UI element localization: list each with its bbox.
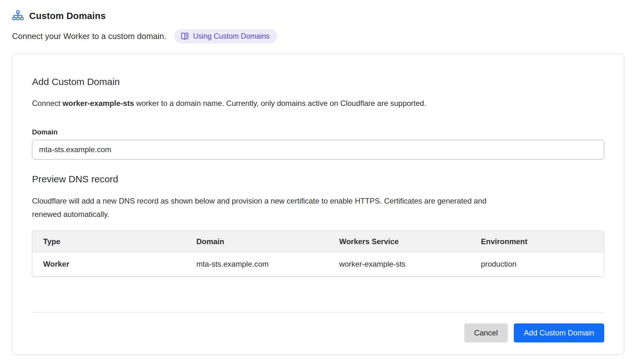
dns-preview-table: Type Domain Workers Service Environment … [32,231,604,276]
form-description-prefix: Connect [32,99,62,107]
actions-row: Cancel Add Custom Domain [32,323,604,342]
domain-label: Domain [32,128,604,136]
worker-name: worker-example-sts [62,99,134,107]
cell-workers-service: worker-example-sts [328,253,470,276]
cancel-button[interactable]: Cancel [464,323,508,342]
cell-environment: production [470,253,604,276]
form-heading: Add Custom Domain [32,76,604,88]
add-custom-domain-card: Add Custom Domain Connect worker-example… [12,54,624,355]
docs-link-label: Using Custom Domains [193,32,270,41]
preview-heading: Preview DNS record [32,173,604,185]
page-subtitle-row: Connect your Worker to a custom domain. … [12,29,622,43]
page-subtitle: Connect your Worker to a custom domain. [12,31,167,41]
column-header-environment: Environment [470,231,604,253]
domain-input[interactable] [32,140,604,159]
column-header-type: Type [32,231,186,253]
page-title: Custom Domains [29,11,106,21]
footer-divider [32,312,604,313]
table-header-row: Type Domain Workers Service Environment [32,231,604,253]
docs-link[interactable]: Using Custom Domains [174,29,278,43]
form-description-suffix: worker to a domain name. Currently, only… [134,99,426,107]
open-book-icon [180,32,189,41]
custom-domains-page: Custom Domains Connect your Worker to a … [0,0,634,355]
sitemap-icon [12,10,23,22]
page-header: Custom Domains [12,10,622,22]
cell-domain: mta-sts.example.com [186,253,329,276]
preview-description: Cloudflare will add a new DNS record as … [32,194,492,221]
column-header-domain: Domain [186,231,329,253]
column-header-workers-service: Workers Service [328,231,470,253]
add-custom-domain-button[interactable]: Add Custom Domain [514,323,604,342]
cell-type: Worker [32,253,186,276]
table-row: Worker mta-sts.example.com worker-exampl… [32,253,604,276]
form-description: Connect worker-example-sts worker to a d… [32,98,604,108]
